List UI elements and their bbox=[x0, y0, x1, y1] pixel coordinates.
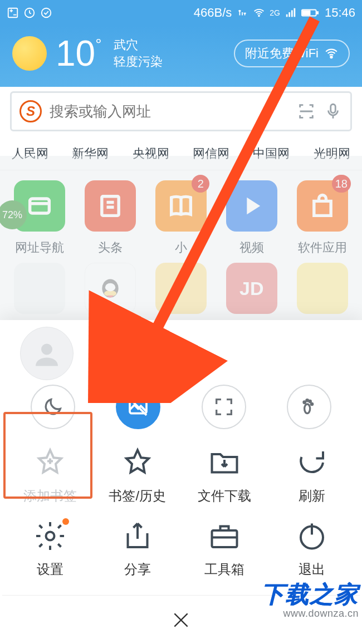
aqi: 轻度污染 bbox=[114, 53, 163, 70]
mic-icon[interactable] bbox=[324, 102, 343, 121]
signal-icon bbox=[285, 7, 297, 19]
menu-label: 文件下载 bbox=[198, 487, 251, 505]
notification-dot bbox=[62, 518, 69, 525]
fullscreen-icon bbox=[213, 396, 235, 418]
download-folder-icon bbox=[208, 446, 241, 479]
watermark: 下载之家 www.downza.cn bbox=[261, 579, 359, 620]
menu-label: 分享 bbox=[124, 561, 151, 578]
city: 武穴 bbox=[114, 37, 163, 53]
svg-point-22 bbox=[306, 400, 308, 401]
night-mode-button[interactable] bbox=[31, 385, 75, 429]
svg-rect-5 bbox=[288, 12, 290, 17]
svg-point-3 bbox=[258, 16, 260, 17]
menu-refresh[interactable]: 刷新 bbox=[268, 446, 356, 505]
svg-rect-10 bbox=[303, 11, 310, 14]
svg-point-24 bbox=[311, 403, 313, 405]
menu-settings[interactable]: 设置 bbox=[7, 519, 94, 578]
svg-point-2 bbox=[42, 8, 51, 18]
sun-icon bbox=[12, 36, 47, 71]
svg-point-11 bbox=[330, 56, 332, 58]
no-image-icon bbox=[127, 396, 149, 418]
sync-icon-1 bbox=[23, 7, 36, 19]
svg-rect-9 bbox=[316, 12, 318, 14]
menu-label: 刷新 bbox=[299, 487, 325, 505]
refresh-icon bbox=[295, 446, 329, 479]
moon-icon bbox=[42, 396, 64, 418]
footprint-icon bbox=[298, 396, 320, 418]
watermark-title: 下载之家 bbox=[261, 579, 359, 610]
svg-point-25 bbox=[46, 532, 55, 540]
star-plus-icon bbox=[33, 446, 67, 479]
svg-rect-6 bbox=[291, 10, 293, 17]
data-icon bbox=[236, 7, 248, 19]
svg-rect-4 bbox=[286, 14, 288, 17]
svg-point-21 bbox=[304, 401, 305, 403]
temperature: 10° bbox=[56, 36, 101, 71]
gear-icon bbox=[33, 519, 67, 553]
toolbox-icon bbox=[208, 519, 241, 553]
menu-label: 书签/历史 bbox=[109, 487, 166, 505]
menu-downloads[interactable]: 文件下载 bbox=[181, 446, 268, 505]
avatar[interactable] bbox=[20, 327, 74, 380]
menu-grid: 添加书签 书签/历史 文件下载 刷新 设置 分享 工具箱 退出 bbox=[2, 440, 360, 595]
battery-icon bbox=[301, 7, 320, 19]
wifi-signal-icon bbox=[324, 46, 339, 61]
svg-rect-12 bbox=[331, 104, 336, 113]
incognito-button[interactable] bbox=[287, 385, 331, 429]
menu-exit[interactable]: 退出 bbox=[268, 519, 356, 578]
network-speed: 466B/s bbox=[194, 6, 232, 20]
network-type: 2G bbox=[270, 8, 280, 17]
menu-share[interactable]: 分享 bbox=[94, 519, 182, 578]
menu-label: 设置 bbox=[37, 561, 63, 578]
svg-point-20 bbox=[305, 404, 310, 414]
search-bar[interactable]: S bbox=[10, 91, 352, 131]
close-icon bbox=[170, 609, 192, 631]
sync-icon-2 bbox=[40, 7, 52, 19]
header: 10° 武穴 轻度污染 附近免费WiFi bbox=[0, 26, 362, 87]
quick-toggle-row bbox=[2, 380, 360, 440]
nearby-wifi-button[interactable]: 附近免费WiFi bbox=[234, 40, 350, 67]
menu-toolbox[interactable]: 工具箱 bbox=[181, 519, 268, 578]
exposure-icon bbox=[7, 7, 19, 19]
power-icon bbox=[295, 519, 329, 553]
no-image-button[interactable] bbox=[116, 385, 160, 429]
avatar-icon bbox=[30, 337, 63, 370]
menu-label: 工具箱 bbox=[204, 561, 244, 578]
sogou-logo-icon: S bbox=[19, 100, 42, 122]
clock: 15:46 bbox=[325, 6, 355, 20]
fullscreen-button[interactable] bbox=[202, 385, 246, 429]
svg-rect-7 bbox=[293, 8, 295, 17]
star-icon bbox=[121, 446, 154, 479]
scan-icon[interactable] bbox=[297, 102, 316, 121]
svg-rect-26 bbox=[212, 530, 237, 547]
svg-point-18 bbox=[41, 344, 52, 355]
share-icon bbox=[121, 519, 154, 553]
menu-add-bookmark[interactable]: 添加书签 bbox=[7, 446, 94, 505]
wifi-icon bbox=[253, 7, 265, 19]
menu-bookmark-history[interactable]: 书签/历史 bbox=[94, 446, 182, 505]
menu-label: 添加书签 bbox=[23, 487, 77, 505]
wifi-button-label: 附近免费WiFi bbox=[245, 45, 319, 62]
svg-rect-0 bbox=[8, 8, 18, 18]
search-input[interactable] bbox=[50, 103, 289, 120]
status-bar: 466B/s 2G 15:46 bbox=[0, 0, 362, 26]
weather-widget[interactable]: 10° 武穴 轻度污染 附近免费WiFi bbox=[12, 36, 350, 71]
menu-label: 退出 bbox=[299, 561, 325, 578]
svg-point-23 bbox=[309, 400, 311, 402]
